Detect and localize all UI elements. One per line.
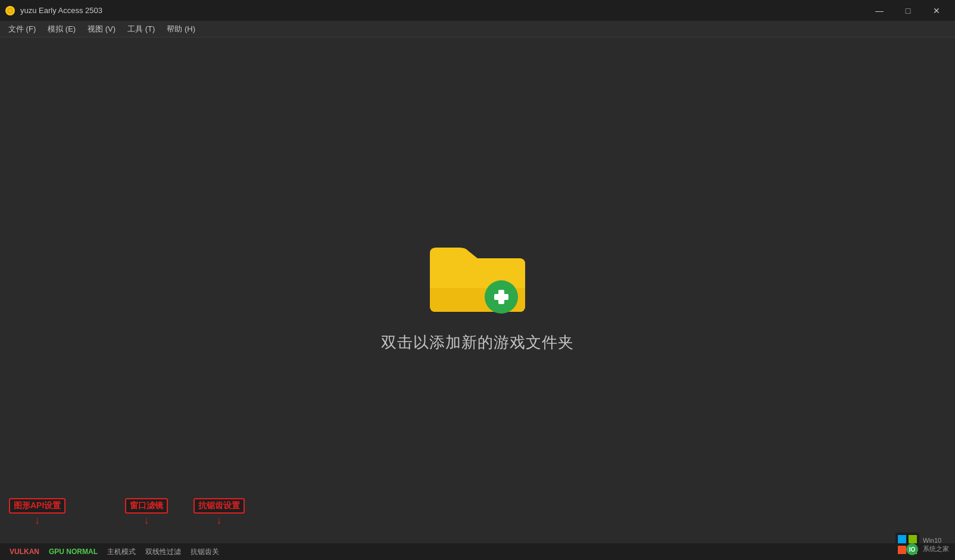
title-bar: yuzu Early Access 2503 — □ ✕ [0, 0, 955, 21]
win10-logo-icon: IO [895, 533, 919, 556]
app-title: yuzu Early Access 2503 [20, 6, 102, 15]
title-bar-left: yuzu Early Access 2503 [5, 5, 102, 16]
menu-tools[interactable]: 工具 (T) [121, 21, 161, 37]
svg-rect-9 [898, 546, 906, 554]
minimize-button[interactable]: — [866, 0, 893, 21]
menu-help[interactable]: 帮助 (H) [161, 21, 201, 37]
svg-rect-5 [498, 290, 504, 304]
svg-text:IO: IO [909, 546, 916, 553]
status-bilinear: 双线性过滤 [141, 547, 186, 557]
add-game-folder[interactable] [424, 229, 531, 318]
svg-point-2 [9, 9, 12, 12]
win10-text: Win10 系统之家 [923, 536, 949, 553]
yuzu-app-icon [5, 5, 15, 16]
status-vulkan: VULKAN [5, 548, 44, 556]
window-controls: — □ ✕ [866, 0, 950, 21]
menu-emulation[interactable]: 模拟 (E) [42, 21, 82, 37]
menu-view[interactable]: 视图 (V) [82, 21, 121, 37]
status-gpu: GPU NORMAL [44, 548, 102, 556]
folder-icon [424, 229, 531, 318]
menu-file[interactable]: 文件 (F) [2, 21, 42, 37]
status-bar: VULKAN GPU NORMAL 主机模式 双线性过滤 抗锯齿关 [0, 543, 955, 560]
maximize-button[interactable]: □ [894, 0, 922, 21]
empty-state-label: 双击以添加新的游戏文件夹 [381, 332, 574, 353]
win10-watermark: IO Win10 系统之家 [895, 533, 949, 556]
status-antialiasing: 抗锯齿关 [186, 547, 224, 557]
close-button[interactable]: ✕ [923, 0, 950, 21]
svg-rect-8 [909, 535, 917, 543]
status-host-mode: 主机模式 [102, 547, 141, 557]
svg-rect-7 [898, 535, 906, 543]
menu-bar: 文件 (F) 模拟 (E) 视图 (V) 工具 (T) 帮助 (H) [0, 21, 955, 37]
main-content[interactable]: 双击以添加新的游戏文件夹 [0, 37, 955, 543]
